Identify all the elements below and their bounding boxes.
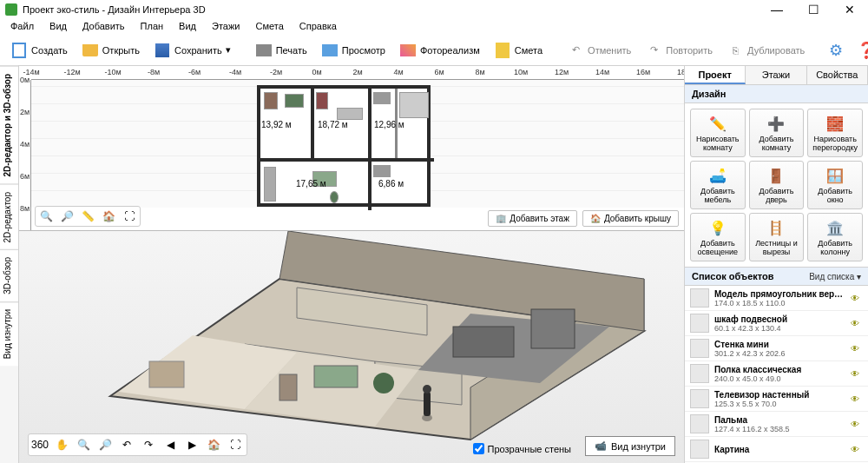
settings-button[interactable]: ⚙ xyxy=(824,38,848,63)
visibility-icon[interactable]: 👁 xyxy=(851,420,863,429)
maximize-button[interactable]: ☐ xyxy=(800,2,826,17)
home-2d[interactable]: 🏠 xyxy=(100,208,117,224)
view-3d[interactable]: 360 ✋ 🔍 🔎 ↶ ↷ ◀ ▶ 🏠 ⛶ Прозрачные стены 📹… xyxy=(19,231,684,463)
obj-item[interactable]: Телевизор настенный125.3 x 5.5 x 70.0👁 xyxy=(685,387,868,412)
visibility-icon[interactable]: 👁 xyxy=(851,369,863,379)
help-button[interactable]: ❓ xyxy=(852,38,868,63)
ruler-horizontal: -14м-12м-10м-8м-6м-4м-2м0м2м4м6м8м10м12м… xyxy=(31,66,684,80)
rtab-floors[interactable]: Этажи xyxy=(746,66,806,84)
rtab-project[interactable]: Проект xyxy=(685,66,746,84)
vtab-2d-3d[interactable]: 2D-редактор и 3D-обзор xyxy=(0,66,18,184)
add-roof-button[interactable]: 🏠 Добавить крышу xyxy=(582,210,679,227)
nav-right[interactable]: ▶ xyxy=(182,436,201,453)
menu-view[interactable]: Вид xyxy=(43,19,74,35)
design-btn-2[interactable]: 🧱Нарисовать перегородку xyxy=(807,109,863,157)
obj-item[interactable]: Стенка мини301.2 x 42.3 x 202.6👁 xyxy=(685,336,868,361)
design-btn-8[interactable]: 🏛️Добавить колонну xyxy=(807,213,863,261)
view-tabs: 2D-редактор и 3D-обзор 2D-редактор 3D-об… xyxy=(0,66,19,463)
obj-thumb xyxy=(690,314,709,333)
visibility-icon[interactable]: 👁 xyxy=(851,319,863,328)
save-button[interactable]: Сохранить ▾ xyxy=(148,39,236,62)
vtab-3d[interactable]: 3D-обзор xyxy=(0,249,18,301)
zoom-out-2d[interactable]: 🔍 xyxy=(37,208,55,224)
open-button[interactable]: Открыть xyxy=(76,39,145,62)
rotate-left[interactable]: ↶ xyxy=(117,436,136,453)
rotate-360[interactable]: 360 xyxy=(30,436,49,453)
design-btn-3[interactable]: 🛋️Добавить мебель xyxy=(690,161,746,209)
design-btn-7[interactable]: 🪜Лестницы и вырезы xyxy=(749,213,805,261)
svg-point-12 xyxy=(373,373,394,394)
obj-thumb xyxy=(690,364,709,383)
obj-item[interactable]: шкаф подвесной60.1 x 42.3 x 130.4👁 xyxy=(685,311,868,336)
obj-dims: 60.1 x 42.3 x 130.4 xyxy=(714,324,845,333)
design-icon: 🏛️ xyxy=(825,218,845,237)
estimate-icon xyxy=(496,43,510,58)
obj-dims: 125.3 x 5.5 x 70.0 xyxy=(714,400,845,408)
design-btn-5[interactable]: 🪟Добавить окно xyxy=(807,161,863,209)
fit-2d[interactable]: ⛶ xyxy=(121,208,138,224)
save-icon xyxy=(155,43,169,57)
vtab-inside[interactable]: Вид изнутри xyxy=(0,301,18,366)
photo-button[interactable]: Фотореализм xyxy=(394,39,485,62)
obj-thumb xyxy=(690,389,709,408)
transparent-walls-checkbox[interactable] xyxy=(473,443,484,454)
measure-tool[interactable]: 📏 xyxy=(79,208,96,224)
visibility-icon[interactable]: 👁 xyxy=(851,344,863,354)
undo-button[interactable]: ↶Отменить xyxy=(562,39,636,62)
visibility-icon[interactable]: 👁 xyxy=(851,294,863,303)
objlist-header: Список объектов xyxy=(692,271,773,281)
home-3d[interactable]: 🏠 xyxy=(204,436,223,453)
design-btn-6[interactable]: 💡Добавить освещение xyxy=(690,213,746,261)
canvas-2d[interactable]: 13,92 м18,72 м12,96 м17,65 м6,86 м xyxy=(31,80,684,208)
design-btn-0[interactable]: ✏️Нарисовать комнату xyxy=(690,109,746,157)
pan-3d[interactable]: ✋ xyxy=(52,436,71,453)
obj-name: Модель прямоугольник вертик... xyxy=(714,289,845,299)
obj-item[interactable]: Пальма127.4 x 116.2 x 358.5👁 xyxy=(685,412,868,437)
fit-3d[interactable]: ⛶ xyxy=(226,436,245,453)
visibility-icon[interactable]: 👁 xyxy=(851,394,863,404)
design-icon: 🚪 xyxy=(766,166,786,185)
rotate-right[interactable]: ↷ xyxy=(139,436,158,453)
vtab-2d[interactable]: 2D-редактор xyxy=(0,184,18,250)
view-2d[interactable]: -14м-12м-10м-8м-6м-4м-2м0м2м4м6м8м10м12м… xyxy=(19,66,684,231)
design-btn-4[interactable]: 🚪Добавить дверь xyxy=(749,161,805,209)
app-icon xyxy=(5,3,17,16)
floorplan[interactable] xyxy=(257,85,431,207)
rtab-props[interactable]: Свойства xyxy=(807,66,868,84)
design-btn-1[interactable]: ➕Добавить комнату xyxy=(749,109,805,157)
close-button[interactable]: ✕ xyxy=(837,2,863,17)
minimize-button[interactable]: — xyxy=(764,2,790,17)
create-button[interactable]: Создать xyxy=(5,39,73,62)
obj-item[interactable]: Полка классическая240.0 x 45.0 x 49.0👁 xyxy=(685,361,868,387)
objlist-viewmode[interactable]: Вид списка ▾ xyxy=(809,272,861,281)
menu-estimate[interactable]: Смета xyxy=(248,19,290,35)
menu-add[interactable]: Добавить xyxy=(76,19,132,35)
right-panel: Проект Этажи Свойства Дизайн ✏️Нарисоват… xyxy=(684,66,868,463)
camera-icon: 📹 xyxy=(595,440,607,452)
preview-icon xyxy=(322,44,338,56)
visibility-icon[interactable]: 👁 xyxy=(851,445,863,454)
obj-item[interactable]: Картина👁 xyxy=(685,437,868,462)
room-area-label: 18,72 м xyxy=(318,120,348,129)
duplicate-button[interactable]: ⎘Дублировать xyxy=(721,39,810,62)
menu-file[interactable]: Файл xyxy=(3,19,41,35)
nav-left[interactable]: ◀ xyxy=(161,436,180,453)
menu-help[interactable]: Справка xyxy=(293,19,344,35)
inside-view-button[interactable]: 📹 Вид изнутри xyxy=(585,436,675,456)
print-button[interactable]: Печать xyxy=(250,39,312,62)
menu-floors[interactable]: Этажи xyxy=(205,19,247,35)
add-floor-button[interactable]: 🏢 Добавить этаж xyxy=(488,210,577,227)
redo-icon: ↷ xyxy=(645,42,662,59)
menu-plan[interactable]: План xyxy=(134,19,171,35)
preview-button[interactable]: Просмотр xyxy=(316,39,391,62)
help-icon: ❓ xyxy=(857,41,868,60)
zoom-in-3d[interactable]: 🔎 xyxy=(95,436,115,453)
obj-item[interactable]: Модель прямоугольник вертик...174.0 x 18… xyxy=(685,286,868,311)
transparent-walls-toggle[interactable]: Прозрачные стены xyxy=(473,443,571,454)
zoom-in-2d[interactable]: 🔎 xyxy=(58,208,76,224)
zoom-out-3d[interactable]: 🔍 xyxy=(74,436,93,453)
menu-view2[interactable]: Вид xyxy=(172,19,203,35)
redo-button[interactable]: ↷Повторить xyxy=(640,39,718,62)
estimate-button[interactable]: Смета xyxy=(489,39,548,62)
design-icon: 🛋️ xyxy=(708,166,727,185)
